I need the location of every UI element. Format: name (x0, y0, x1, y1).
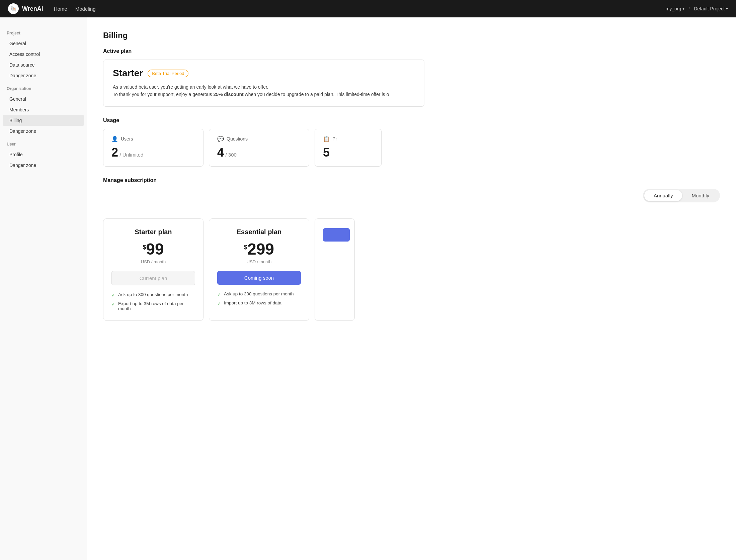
plan-header: Starter Beta Trial Period (113, 68, 415, 79)
usage-card-questions-header: 💬 Questions (217, 136, 301, 142)
active-plan-title: Active plan (103, 48, 720, 54)
essential-feature-1: ✓ Ask up to 300 questions per month (217, 291, 301, 297)
starter-feature-2: ✓ Export up to 3M rows of data per month (111, 301, 195, 311)
plan-description-line1: As a valued beta user, you're getting an… (113, 83, 415, 91)
sidebar-item-danger-zone-project[interactable]: Danger zone (3, 70, 84, 81)
check-icon-1: ✓ (111, 292, 115, 298)
active-plan-card: Starter Beta Trial Period As a valued be… (103, 60, 424, 107)
usage-card-questions: 💬 Questions 4 / 300 (209, 129, 309, 167)
usage-card-questions-value: 4 / 300 (217, 146, 301, 160)
sidebar-section-user: User (0, 142, 87, 149)
org-selector[interactable]: my_org ▾ (666, 6, 685, 11)
nav-separator: / (688, 6, 690, 11)
plan-name: Starter (113, 68, 143, 79)
usage-card-partial-header: 📋 Pr (323, 136, 373, 142)
org-chevron-icon: ▾ (682, 6, 684, 11)
toggle-annually-button[interactable]: Annually (644, 190, 682, 201)
usage-card-users: 👤 Users 2 / Unlimited (103, 129, 203, 167)
check-icon-2: ✓ (111, 301, 115, 307)
sidebar-item-org-general[interactable]: General (3, 94, 84, 104)
logo-text: WrenAI (22, 5, 43, 12)
subscription-section: Manage subscription Annually Monthly Sta… (103, 177, 720, 321)
sidebar-item-billing[interactable]: Billing (3, 115, 84, 126)
essential-plan-price: $299 (217, 241, 301, 257)
usage-section: Usage 👤 Users 2 / Unlimited 💬 Quest (103, 117, 720, 167)
nav-modeling[interactable]: Modeling (75, 5, 96, 13)
billing-toggle: Annually Monthly (643, 189, 720, 202)
sidebar-item-members[interactable]: Members (3, 104, 84, 115)
nav-home[interactable]: Home (54, 5, 67, 13)
plan-card-partial (315, 218, 355, 321)
layout: Project General Access control Data sour… (0, 17, 736, 560)
main-content: Billing Active plan Starter Beta Trial P… (87, 17, 736, 560)
check-icon-4: ✓ (217, 301, 221, 306)
project-chevron-icon: ▾ (726, 6, 728, 11)
sidebar-item-danger-zone-org[interactable]: Danger zone (3, 126, 84, 136)
toggle-monthly-button[interactable]: Monthly (682, 190, 719, 201)
essential-plan-button[interactable]: Coming soon (217, 271, 301, 285)
usage-cards: 👤 Users 2 / Unlimited 💬 Questions 4 (103, 129, 720, 167)
usage-card-partial-value: 5 (323, 146, 373, 160)
questions-icon: 💬 (217, 136, 224, 142)
essential-feature-2: ✓ Import up to 3M rows of data (217, 300, 301, 306)
top-navigation: 🐚 WrenAI Home Modeling my_org ▾ / Defaul… (0, 0, 736, 17)
project-name: Default Project (694, 6, 725, 11)
starter-plan-features: ✓ Ask up to 300 questions per month ✓ Ex… (111, 292, 195, 311)
usage-card-partial: 📋 Pr 5 (315, 129, 382, 167)
users-icon: 👤 (111, 136, 118, 142)
usage-card-users-value: 2 / Unlimited (111, 146, 195, 160)
logo[interactable]: 🐚 WrenAI (8, 3, 43, 14)
sidebar-item-access-control[interactable]: Access control (3, 49, 84, 60)
partial-icon: 📋 (323, 136, 330, 142)
essential-plan-period: USD / month (217, 259, 301, 264)
sidebar-section-organization: Organization (0, 86, 87, 94)
plan-cards: Starter plan $99 USD / month Current pla… (103, 218, 720, 321)
usage-section-title: Usage (103, 117, 720, 123)
partial-plan-button (323, 228, 350, 242)
starter-plan-price: $99 (111, 241, 195, 257)
usage-card-questions-label: Questions (227, 136, 248, 142)
starter-plan-button[interactable]: Current plan (111, 271, 195, 285)
starter-feature-1: ✓ Ask up to 300 questions per month (111, 292, 195, 298)
page-title: Billing (103, 31, 720, 40)
check-icon-3: ✓ (217, 292, 221, 297)
plan-description-line2: To thank you for your support, enjoy a g… (113, 91, 415, 98)
beta-badge: Beta Trial Period (148, 70, 188, 77)
sidebar-item-data-source[interactable]: Data source (3, 60, 84, 70)
sidebar-item-danger-zone-user[interactable]: Danger zone (3, 160, 84, 171)
nav-links: Home Modeling (54, 5, 655, 13)
usage-card-users-label: Users (121, 136, 133, 142)
sidebar-section-project: Project (0, 31, 87, 38)
essential-plan-features: ✓ Ask up to 300 questions per month ✓ Im… (217, 291, 301, 306)
sidebar-item-profile[interactable]: Profile (3, 149, 84, 160)
project-selector[interactable]: Default Project ▾ (694, 6, 728, 11)
usage-card-users-header: 👤 Users (111, 136, 195, 142)
plan-card-starter: Starter plan $99 USD / month Current pla… (103, 218, 203, 321)
logo-icon: 🐚 (8, 3, 19, 14)
nav-right: my_org ▾ / Default Project ▾ (666, 6, 728, 11)
starter-plan-title: Starter plan (111, 228, 195, 236)
subscription-title: Manage subscription (103, 177, 720, 183)
sidebar-item-general[interactable]: General (3, 38, 84, 49)
starter-plan-period: USD / month (111, 259, 195, 264)
plan-card-essential: Essential plan $299 USD / month Coming s… (209, 218, 309, 321)
sidebar: Project General Access control Data sour… (0, 17, 87, 560)
usage-card-partial-label: Pr (332, 136, 337, 142)
essential-plan-title: Essential plan (217, 228, 301, 236)
org-name: my_org (666, 6, 681, 11)
